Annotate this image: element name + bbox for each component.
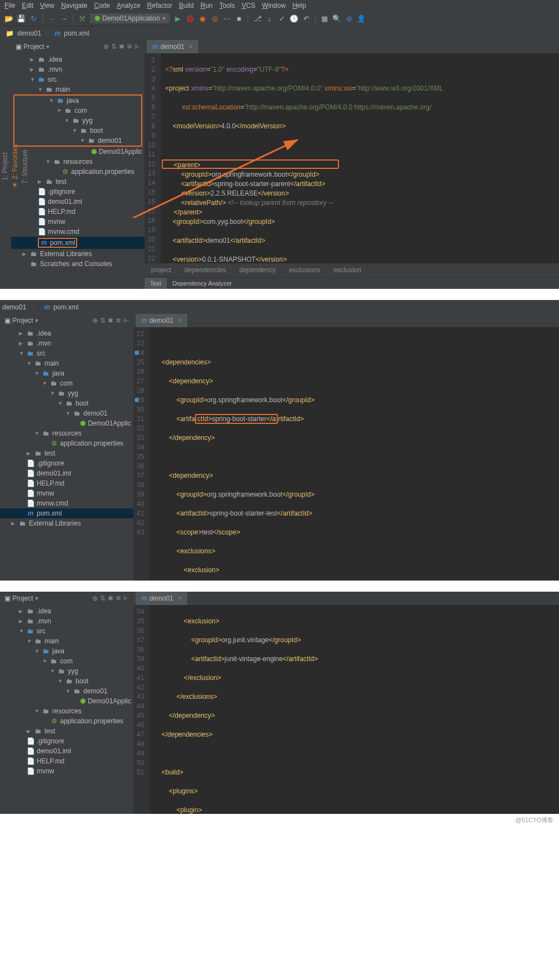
crumb-dependencies[interactable]: dependencies [184,266,226,274]
expand-icon[interactable]: ▼ [42,658,48,664]
expand-icon[interactable]: ▼ [34,431,40,436]
tab-favorites[interactable]: ★ 2: Favorites [10,44,20,289]
close-icon[interactable]: × [189,43,193,51]
editor-tab[interactable]: mdemo01× [136,314,187,327]
expand-icon[interactable]: ▼ [66,411,71,416]
tree-item-java[interactable]: ▼🖿java [0,368,133,378]
tree-item--idea[interactable]: ▶🖿.idea [0,606,133,616]
editor-tab[interactable]: mdemo01× [147,40,198,53]
panel-tool-icon[interactable]: ⊕ [92,594,98,602]
expand-icon[interactable]: ▼ [19,351,24,356]
expand-icon[interactable]: ▶ [27,451,32,456]
expand-icon[interactable]: ▼ [27,361,32,366]
revert-icon[interactable]: ↶ [302,14,311,23]
panel-tool-icon[interactable]: ⊩ [123,317,129,324]
code-content[interactable]: <?xml version="1.0" encoding="UTF-8"?> <… [161,53,447,263]
expand-icon[interactable]: ▼ [27,638,32,644]
search-icon[interactable]: 🔍 [332,14,341,23]
menu-window[interactable]: Window [262,2,286,9]
tree-item-boot[interactable]: ▼🖿boot [14,126,141,136]
crumb-exclusion[interactable]: exclusion [333,266,361,274]
expand-icon[interactable]: ▶ [30,57,36,62]
stop-icon[interactable]: ■ [234,14,243,23]
tree-item-test[interactable]: ▶🖿test [0,448,133,458]
inspect-icon[interactable]: ⊘ [345,14,353,23]
expand-icon[interactable]: ▼ [34,371,40,376]
menu-view[interactable]: View [40,2,54,9]
menu-run[interactable]: Run [201,2,213,9]
expand-icon[interactable]: ▼ [64,118,70,123]
breadcrumb-project[interactable]: demo01 [17,29,41,37]
tree-item-resources[interactable]: ▼🖿resources [0,428,133,438]
panel-tool-icon[interactable]: ⇅ [100,317,106,324]
expand-icon[interactable]: ▶ [19,331,24,336]
expand-icon[interactable]: ▶ [30,67,36,72]
project-tree[interactable]: ▶🖿.idea▶🖿.mvn▼🖿src▼🖿main▼🖿java▼🖿com▼🖿yyg… [0,327,133,581]
panel-tool-icon[interactable]: ✲ [127,43,132,51]
expand-icon[interactable]: ▼ [66,688,71,694]
tree-item-application-properties[interactable]: ⚙application.properties [11,167,144,177]
menu-help[interactable]: Help [292,2,306,9]
tree-item-main[interactable]: ▼🖿main [0,636,133,646]
tree-item-mvnw-cmd[interactable]: 📄mvnw.cmd [0,498,133,508]
menu-refactor[interactable]: Refactor [147,2,172,9]
menu-edit[interactable]: Edit [22,2,33,9]
tab-structure[interactable]: 7: Structure [20,44,30,289]
tree-item-Demo01Applic[interactable]: ⬢Demo01Applic [11,147,144,157]
run-icon[interactable]: ▶ [173,14,182,23]
tree-item-Demo01Applic[interactable]: ⬢Demo01Applic [0,696,133,706]
tree-item-mvnw[interactable]: 📄mvnw [11,217,144,227]
tree-item-application-properties[interactable]: ⚙application.properties [0,716,133,726]
tree-item-demo01-iml[interactable]: 📄demo01.iml [11,197,144,207]
commit-icon[interactable]: ✓ [277,14,286,23]
tree-item-test[interactable]: ▶🖿test [0,726,133,736]
panel-tool-icon[interactable]: ✲ [116,317,121,324]
tree-item-demo01[interactable]: ▼🖿demo01 [14,136,141,146]
crumb-project[interactable]: project [151,266,171,274]
tree-item-com[interactable]: ▼🖿com [0,656,133,666]
expand-icon[interactable]: ▼ [50,391,56,396]
panel-tool-icon[interactable]: ⊩ [123,594,129,602]
run-config-combo[interactable]: ⬢Demo01Application▾ [90,13,170,23]
tree-item-src[interactable]: ▼🖿src [11,74,144,84]
coverage-icon[interactable]: ◉ [198,14,207,23]
code-content[interactable]: <exclusion> <groupId>org.junit.vintage</… [149,605,337,814]
tree-item-HELP-md[interactable]: 📄HELP.md [11,207,144,217]
tab-dependency-analyzer[interactable]: Dependency Analyzer [167,278,237,289]
tree-item-demo01-iml[interactable]: 📄demo01.iml [0,468,133,478]
tree-item-boot[interactable]: ▼🖿boot [0,676,133,686]
hammer-icon[interactable]: ⚒ [78,14,87,23]
project-tree[interactable]: ▶🖿.idea▶🖿.mvn▼🖿src▼🖿main▼🖿java▼🖿com▼🖿yyg… [11,53,144,289]
tree-item-demo01[interactable]: ▼🖿demo01 [0,686,133,696]
expand-icon[interactable]: ▶ [19,608,24,614]
back-icon[interactable]: ← [47,14,56,23]
panel-tool-icon[interactable]: ⊕ [103,43,109,51]
panel-tool-icon[interactable]: ⊩ [134,43,140,51]
tree-item-com[interactable]: ▼🖿com [14,106,141,116]
debug-icon[interactable]: 🐞 [186,14,194,23]
panel-tool-icon[interactable]: ⊕ [92,317,98,324]
expand-icon[interactable]: ▼ [42,381,48,386]
tree-item-yyg[interactable]: ▼🖿yyg [0,666,133,676]
panel-tool-icon[interactable]: ✲ [116,594,121,602]
expand-icon[interactable]: ▼ [72,128,78,133]
tree-item-demo01-iml[interactable]: 📄demo01.iml [0,746,133,756]
tree-item-java[interactable]: ▼🖿java [14,96,141,106]
tree-item--mvn[interactable]: ▶🖿.mvn [0,338,133,348]
panel-tool-icon[interactable]: ✱ [108,594,113,602]
save-icon[interactable]: 💾 [17,14,26,23]
expand-icon[interactable]: ▼ [50,668,56,674]
tree-item-pom-xml[interactable]: mpom.xml [11,237,144,249]
menu-file[interactable]: File [4,2,15,9]
tree-item-src[interactable]: ▼🖿src [0,626,133,636]
attach-icon[interactable]: ⋯ [222,14,231,23]
tree-item-Scratches-and-Consoles[interactable]: 🖿Scratches and Consoles [11,259,144,269]
tree-item-mvnw[interactable]: 📄mvnw [0,488,133,498]
open-icon[interactable]: 📂 [4,14,13,23]
expand-icon[interactable]: ▼ [58,678,63,684]
crumb-dependency[interactable]: dependency [239,266,276,274]
tree-item-resources[interactable]: ▼🖿resources [11,157,144,167]
expand-icon[interactable]: ▶ [27,728,32,734]
tree-item-HELP-md[interactable]: 📄HELP.md [0,478,133,488]
tab-project[interactable]: 1: Project [0,44,10,289]
